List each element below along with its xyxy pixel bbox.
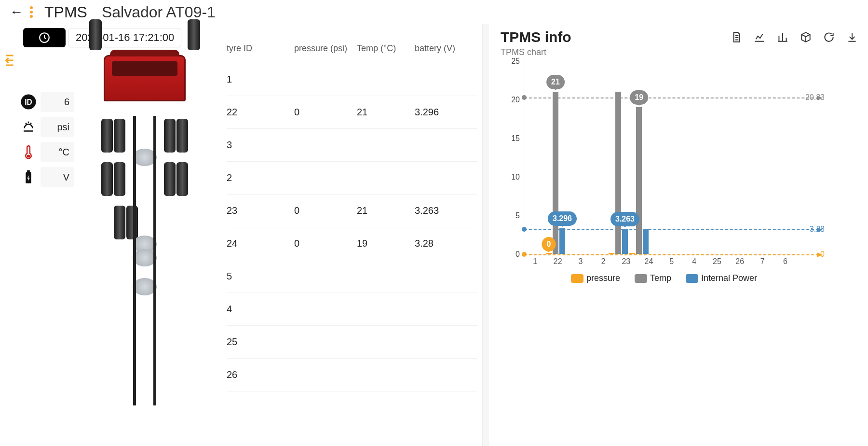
table-row[interactable]: 5: [227, 260, 477, 293]
document-icon[interactable]: [730, 31, 743, 43]
id-icon: ID: [20, 94, 37, 110]
temp-unit: °C: [41, 142, 74, 162]
table-header-pressure: pressure (psi): [294, 43, 357, 54]
battery-unit: V: [41, 167, 74, 187]
menu-dots-icon[interactable]: [30, 6, 39, 18]
svg-rect-5: [27, 170, 30, 172]
table-row[interactable]: 240193.28: [227, 227, 477, 260]
chart-legend: pressure Temp Internal Power: [531, 273, 797, 283]
right-panel-title: TPMS info: [501, 29, 571, 45]
temperature-icon: [20, 144, 37, 160]
pressure-unit: psi: [41, 117, 74, 137]
refresh-icon[interactable]: [823, 31, 835, 43]
bar-chart-icon[interactable]: [776, 31, 789, 43]
table-row[interactable]: 230213.263: [227, 195, 477, 227]
svg-point-3: [27, 154, 30, 157]
line-chart-icon[interactable]: [753, 31, 766, 43]
table-row[interactable]: 220213.296: [227, 96, 477, 129]
scrollbar[interactable]: [482, 24, 489, 446]
clock-icon: [23, 28, 66, 47]
back-button[interactable]: ←: [10, 4, 23, 20]
collapse-sidebar-icon[interactable]: [2, 53, 17, 68]
tpms-chart: 0510152025 20.333.28021193.2963.2630 122…: [502, 61, 797, 283]
tyre-table[interactable]: tyre ID pressure (psi) Temp (°C) battery…: [212, 24, 482, 446]
pressure-icon: [20, 119, 37, 135]
truck-diagram: [77, 53, 212, 446]
svg-text:ID: ID: [25, 98, 32, 106]
page-title: TPMS: [44, 3, 87, 21]
chart-subtitle: TPMS chart: [501, 47, 858, 57]
table-row[interactable]: 3: [227, 129, 477, 162]
table-row[interactable]: 25: [227, 326, 477, 359]
table-row[interactable]: 26: [227, 359, 477, 391]
table-row[interactable]: 4: [227, 293, 477, 326]
table-row[interactable]: 1: [227, 63, 477, 96]
table-header-temp: Temp (°C): [357, 43, 415, 54]
table-header-battery: battery (V): [415, 43, 477, 54]
table-row[interactable]: 2: [227, 162, 477, 195]
table-header-tyre-id: tyre ID: [227, 43, 294, 54]
battery-icon: [20, 169, 37, 185]
cube-icon[interactable]: [800, 31, 812, 43]
vehicle-name: Salvador AT09-1: [102, 3, 216, 21]
tyre-id-value: 6: [41, 92, 74, 112]
download-icon[interactable]: [846, 31, 858, 43]
